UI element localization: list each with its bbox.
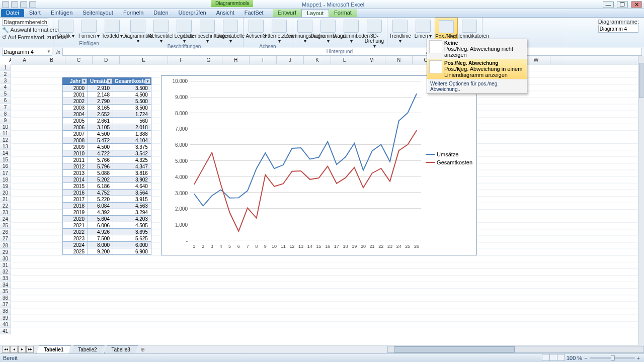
row-header-19[interactable]: 19 <box>0 183 11 190</box>
table-row[interactable]: 20115.7664.325 <box>63 157 151 163</box>
sheet-nav-first[interactable]: ◂◂ <box>2 346 10 353</box>
worksheet-grid[interactable]: ABCDEFGHIJKLMNOTUVW 12345678910111213141… <box>0 56 644 334</box>
row-header-15[interactable]: 15 <box>0 156 11 163</box>
table-row[interactable]: 20074.5001.388 <box>63 131 151 137</box>
table-row[interactable]: 20063.1052.018 <box>63 124 151 131</box>
qat-redo-icon[interactable] <box>20 1 27 8</box>
view-pagebreak-icon[interactable] <box>557 354 565 361</box>
row-header-33[interactable]: 33 <box>0 275 11 282</box>
zoom-slider[interactable] <box>590 357 635 359</box>
table-header[interactable]: Gesamtkosten▼ <box>113 78 151 85</box>
minimize-button[interactable]: — <box>603 1 614 8</box>
table-row[interactable]: 20002.9103.500 <box>63 85 151 92</box>
row-header-31[interactable]: 31 <box>0 262 11 268</box>
table-row[interactable]: 20085.4724.104 <box>63 137 151 144</box>
table-row[interactable]: 20164.7523.564 <box>63 190 151 196</box>
sheet-nav-next[interactable]: ▸ <box>18 346 26 353</box>
maximize-button[interactable]: ❐ <box>617 1 628 8</box>
row-header-27[interactable]: 27 <box>0 235 11 242</box>
table-row[interactable]: 20094.5003.375 <box>63 144 151 150</box>
row-header-13[interactable]: 13 <box>0 143 11 150</box>
zoom-level[interactable]: 100 % <box>567 355 582 361</box>
row-header-24[interactable]: 24 <box>0 216 11 222</box>
row-header-2[interactable]: 2 <box>0 71 11 77</box>
sheet-tab-tabelle1[interactable]: Tabelle1 <box>36 345 71 353</box>
col-header-N[interactable]: N <box>385 56 413 64</box>
table-row[interactable]: 20012.1484.500 <box>63 92 151 98</box>
col-header-M[interactable]: M <box>358 56 385 64</box>
vertical-scrollbar[interactable] <box>638 56 644 345</box>
row-header-35[interactable]: 35 <box>0 288 11 295</box>
sheet-nav-last[interactable]: ▸▸ <box>26 346 34 353</box>
tab-seitenlayout[interactable]: Seitenlayout <box>77 9 118 17</box>
table-row[interactable]: 20237.5005.625 <box>63 235 151 242</box>
ribbon-formen[interactable]: Formen ▾ <box>77 18 101 39</box>
table-row[interactable]: 20125.7964.347 <box>63 163 151 170</box>
col-header-F[interactable]: F <box>168 56 195 64</box>
col-header-G[interactable]: G <box>195 56 222 64</box>
new-sheet-button[interactable]: ⊕ <box>137 346 148 353</box>
dropdown-more-options[interactable]: Weitere Optionen für pos./neg. Abweichun… <box>427 79 527 94</box>
table-row[interactable]: 20022.7905.500 <box>63 98 151 105</box>
ribbon-textfeld[interactable]: Textfeld ▾ <box>101 18 124 39</box>
row-header-20[interactable]: 20 <box>0 190 11 196</box>
ribbon-datentabelle[interactable]: Datentabelle ▾ <box>219 18 242 44</box>
table-row[interactable]: 20104.7223.542 <box>63 150 151 157</box>
tab-einfügen[interactable]: Einfügen <box>46 9 77 17</box>
horizontal-scrollbar[interactable] <box>387 346 644 353</box>
chart-element-selector[interactable]: Diagrammbereich <box>2 19 48 26</box>
row-header-8[interactable]: 8 <box>0 111 11 117</box>
ribbon-diagrammtitel[interactable]: Diagrammtitel ▾ <box>126 18 149 44</box>
row-header-14[interactable]: 14 <box>0 150 11 156</box>
embedded-chart[interactable]: 10.0009.0008.0007.0006.0005.0004.0003.00… <box>161 75 477 255</box>
tab-datei[interactable]: Datei <box>1 9 24 17</box>
row-header-16[interactable]: 16 <box>0 163 11 169</box>
view-normal-icon[interactable] <box>542 354 550 361</box>
row-header-30[interactable]: 30 <box>0 255 11 262</box>
table-row[interactable]: 20216.0064.505 <box>63 222 151 229</box>
view-pagelayout-icon[interactable] <box>549 354 557 361</box>
row-header-28[interactable]: 28 <box>0 242 11 249</box>
dropdown-option-none[interactable]: KeinePos./Neg. Abweichung nicht anzeigen <box>427 39 527 59</box>
reset-style-button[interactable]: ↺ Auf Formatvorl. zurücks. <box>2 34 51 41</box>
series-Umsätze[interactable] <box>194 94 417 206</box>
row-header-9[interactable]: 9 <box>0 117 11 124</box>
table-row[interactable]: 20224.9263.695 <box>63 229 151 235</box>
table-row[interactable]: 20042.6521.724 <box>63 111 151 118</box>
row-header-4[interactable]: 4 <box>0 84 11 90</box>
row-header-1[interactable]: 1 <box>0 64 11 71</box>
tab-start[interactable]: Start <box>24 9 46 17</box>
row-header-38[interactable]: 38 <box>0 308 11 314</box>
name-box[interactable]: Diagramm 4▼ <box>2 48 52 56</box>
row-header-32[interactable]: 32 <box>0 268 11 275</box>
filter-dropdown-icon[interactable]: ▼ <box>82 78 87 84</box>
close-button[interactable]: ✕ <box>631 1 642 8</box>
sheet-tab-tabelle2[interactable]: Tabelle2 <box>70 345 104 353</box>
row-header-18[interactable]: 18 <box>0 176 11 183</box>
row-header-10[interactable]: 10 <box>0 124 11 130</box>
dropdown-option-updown[interactable]: Pos./Neg. AbweichungPos./Neg. Abweichung… <box>427 59 527 79</box>
tab-überprüfen[interactable]: Überprüfen <box>174 9 211 17</box>
row-header-23[interactable]: 23 <box>0 209 11 216</box>
table-row[interactable]: 20205.6044.203 <box>63 216 151 222</box>
row-header-21[interactable]: 21 <box>0 196 11 203</box>
row-header-3[interactable]: 3 <box>0 77 11 84</box>
row-header-37[interactable]: 37 <box>0 301 11 308</box>
table-row[interactable]: 20194.3923.294 <box>63 209 151 216</box>
table-row[interactable]: 20145.2023.902 <box>63 176 151 183</box>
row-header-29[interactable]: 29 <box>0 249 11 255</box>
qat-save-icon[interactable] <box>2 1 9 8</box>
col-header-A[interactable]: A <box>11 56 38 64</box>
col-header-K[interactable]: K <box>304 56 331 64</box>
table-header[interactable]: Jahr▼ <box>63 78 88 85</box>
filter-dropdown-icon[interactable]: ▼ <box>107 78 112 84</box>
ribbon-grafik[interactable]: Grafik ▾ <box>54 18 77 39</box>
ribbon-trendlinie[interactable]: Trendlinie ▾ <box>388 18 412 44</box>
table-row[interactable]: 20135.0883.816 <box>63 170 151 176</box>
column-headers[interactable]: ABCDEFGHIJKLMNOTUVW <box>11 56 644 64</box>
tab-factset[interactable]: FactSet <box>239 9 269 17</box>
sheet-tab-tabelle3[interactable]: Tabelle3 <box>104 345 138 353</box>
tab-layout[interactable]: Layout <box>301 9 329 17</box>
row-headers[interactable]: 1234567891011121314151617181920212223242… <box>0 64 11 334</box>
col-header-E[interactable]: E <box>120 56 168 64</box>
